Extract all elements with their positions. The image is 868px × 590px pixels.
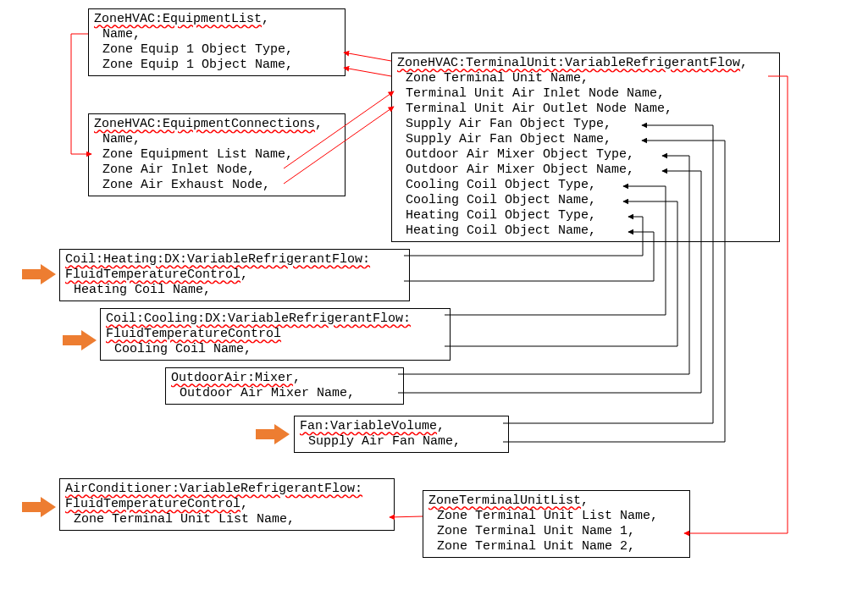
field: Zone Terminal Unit List Name, — [428, 509, 684, 524]
field: Zone Equip 1 Object Name, — [94, 58, 340, 73]
field: Zone Air Inlet Node, — [94, 163, 340, 178]
field: Zone Equipment List Name, — [94, 147, 340, 163]
field: Outdoor Air Mixer Name, — [171, 386, 398, 401]
title-ac-vrf-1: AirConditioner:VariableRefrigerantFlow: — [65, 482, 362, 496]
field: Zone Terminal Unit List Name, — [65, 512, 389, 527]
title-zonehvac-terminal-unit-vrf: ZoneHVAC:TerminalUnit:VariableRefrigeran… — [397, 56, 740, 70]
box-coil-cooling-dx-vrf-ftc: Coil:Cooling:DX:VariableRefrigerantFlow:… — [100, 308, 451, 361]
svg-marker-0 — [22, 264, 56, 284]
box-zonehvac-terminal-unit-vrf: ZoneHVAC:TerminalUnit:VariableRefrigeran… — [391, 52, 780, 242]
title-fan-variable-volume: Fan:VariableVolume — [300, 419, 437, 433]
box-zonehvac-equipment-connections: ZoneHVAC:EquipmentConnections, Name, Zon… — [88, 113, 346, 196]
box-outdoorair-mixer: OutdoorAir:Mixer, Outdoor Air Mixer Name… — [165, 367, 404, 405]
field: Heating Coil Object Type, — [397, 208, 774, 223]
field: Supply Air Fan Object Name, — [397, 132, 774, 147]
title-coil-cooling-1: Coil:Cooling:DX:VariableRefrigerantFlow: — [106, 312, 411, 326]
field: Terminal Unit Air Inlet Node Name, — [397, 86, 774, 102]
field: Zone Terminal Unit Name 1, — [428, 524, 684, 539]
orange-arrow-icon — [63, 330, 97, 350]
field: Supply Air Fan Object Type, — [397, 117, 774, 132]
field: Heating Coil Object Name, — [397, 223, 774, 239]
box-airconditioner-vrf-ftc: AirConditioner:VariableRefrigerantFlow: … — [59, 478, 395, 531]
field: Zone Equip 1 Object Type, — [94, 42, 340, 58]
title-outdoorair-mixer: OutdoorAir:Mixer — [171, 371, 293, 385]
box-coil-heating-dx-vrf-ftc: Coil:Heating:DX:VariableRefrigerantFlow:… — [59, 249, 410, 301]
field: Outdoor Air Mixer Object Type, — [397, 147, 774, 163]
field: Zone Terminal Unit Name, — [397, 71, 774, 86]
svg-marker-1 — [63, 330, 97, 350]
title-zonehvac-equipment-list: ZoneHVAC:EquipmentList — [94, 12, 262, 26]
field: Zone Terminal Unit Name 2, — [428, 539, 684, 554]
field: Supply Air Fan Name, — [300, 434, 503, 449]
field: Cooling Coil Object Type, — [397, 178, 774, 193]
field: Zone Air Exhaust Node, — [94, 178, 340, 193]
field: Name, — [94, 27, 340, 42]
box-fan-variable-volume: Fan:VariableVolume, Supply Air Fan Name, — [294, 416, 509, 453]
svg-marker-3 — [22, 497, 56, 517]
orange-arrow-icon — [22, 497, 56, 517]
box-zone-terminal-unit-list: ZoneTerminalUnitList, Zone Terminal Unit… — [423, 490, 690, 558]
field: Cooling Coil Object Name, — [397, 193, 774, 208]
orange-arrow-icon — [256, 424, 290, 444]
title-coil-heating-2: FluidTemperatureControl — [65, 267, 240, 282]
title-ac-vrf-2: FluidTemperatureControl — [65, 497, 240, 511]
title-coil-heating-1: Coil:Heating:DX:VariableRefrigerantFlow: — [65, 252, 370, 267]
field: Terminal Unit Air Outlet Node Name, — [397, 102, 774, 117]
title-coil-cooling-2: FluidTemperatureControl — [106, 327, 281, 341]
svg-marker-2 — [256, 424, 290, 444]
title-zone-terminal-unit-list: ZoneTerminalUnitList — [428, 494, 581, 508]
field: Heating Coil Name, — [65, 283, 404, 298]
title-zonehvac-equipment-connections: ZoneHVAC:EquipmentConnections — [94, 117, 315, 131]
box-zonehvac-equipment-list: ZoneHVAC:EquipmentList, Name, Zone Equip… — [88, 8, 346, 76]
field: Name, — [94, 132, 340, 147]
diagram-stage: ZoneHVAC:EquipmentList, Name, Zone Equip… — [0, 0, 868, 590]
field: Outdoor Air Mixer Object Name, — [397, 163, 774, 178]
orange-arrow-icon — [22, 264, 56, 284]
field: Cooling Coil Name, — [106, 342, 445, 357]
